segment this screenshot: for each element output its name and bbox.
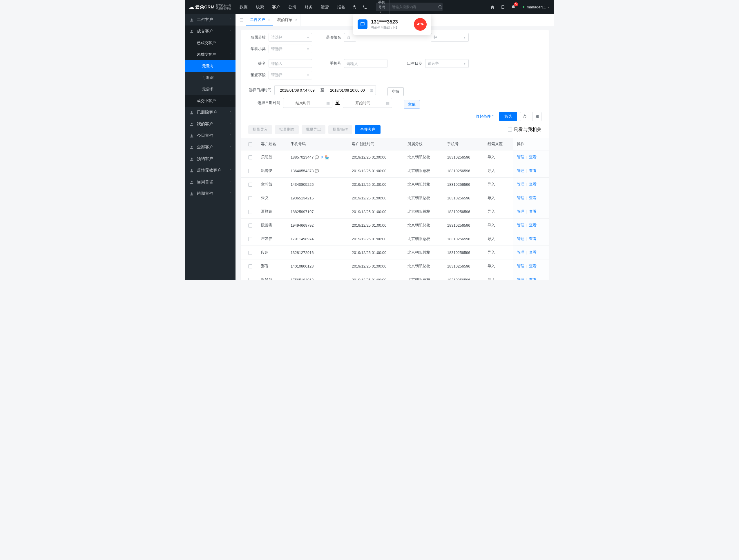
- manage-link[interactable]: 管理: [517, 250, 525, 254]
- manage-link[interactable]: 管理: [517, 277, 525, 280]
- bell-icon[interactable]: 5: [508, 0, 519, 14]
- sidebar-item-无意向[interactable]: 无意向: [185, 60, 236, 72]
- view-link[interactable]: 查看: [529, 250, 537, 254]
- sidebar-item-无需求[interactable]: 无需求: [185, 83, 236, 95]
- nav-公海[interactable]: 公海: [284, 0, 300, 14]
- select-enrolled-tail[interactable]: 择▼: [431, 33, 469, 42]
- view-link[interactable]: 查看: [529, 223, 537, 227]
- row-checkbox[interactable]: [248, 210, 252, 214]
- sidebar-item-已成交客户[interactable]: 已成交客户˅: [185, 37, 236, 49]
- sidebar-item-当周首咨[interactable]: 当周首咨˅: [185, 176, 236, 188]
- view-link[interactable]: 查看: [529, 182, 537, 186]
- tab-二咨客户[interactable]: 二咨客户×: [246, 14, 273, 26]
- daterange-2b[interactable]: ▦: [343, 98, 392, 108]
- daterange-1-start[interactable]: [277, 88, 318, 92]
- sidebar-item-成交客户[interactable]: 成交客户˄: [185, 25, 236, 37]
- manage-link[interactable]: 管理: [517, 209, 525, 214]
- mobile-icon[interactable]: [498, 0, 508, 14]
- manage-link[interactable]: 管理: [517, 264, 525, 268]
- chevron-down-icon: ˅: [230, 100, 231, 103]
- manage-link[interactable]: 管理: [517, 196, 525, 200]
- search-type-select[interactable]: 手机号码 ▾: [376, 0, 390, 14]
- empty-button-1[interactable]: 空值: [388, 87, 404, 96]
- sidebar-item-我的客户[interactable]: 我的客户˅: [185, 118, 236, 130]
- only-mine-checkbox[interactable]: 只看与我相关: [508, 127, 542, 133]
- daterange-1[interactable]: 至 ▦: [274, 85, 376, 95]
- sidebar-item-成交中客户[interactable]: 成交中客户˅: [185, 95, 236, 107]
- sidebar-toggle-icon[interactable]: ☰: [237, 18, 246, 22]
- input-phone[interactable]: [344, 59, 388, 68]
- merge-customer-button[interactable]: 合并客户: [355, 125, 381, 134]
- chat-icon[interactable]: 💬: [315, 155, 319, 159]
- nav-运营[interactable]: 运营: [317, 0, 333, 14]
- settings-button[interactable]: [532, 112, 542, 121]
- view-link[interactable]: 查看: [529, 209, 537, 214]
- batch-import-button[interactable]: 批量导入: [248, 125, 272, 134]
- close-icon[interactable]: ×: [295, 18, 297, 22]
- input-name[interactable]: [269, 59, 312, 68]
- select-branch[interactable]: 请选择▼: [269, 33, 312, 42]
- batch-delete-button[interactable]: 批量删除: [275, 125, 299, 134]
- row-checkbox[interactable]: [248, 278, 252, 280]
- collapse-filters-link[interactable]: 收起条件 ˄: [476, 114, 494, 119]
- sidebar-item-预约客户[interactable]: 预约客户˅: [185, 153, 236, 165]
- sidebar-item-反馈无效客户[interactable]: 反馈无效客户˅: [185, 165, 236, 176]
- view-link[interactable]: 查看: [529, 168, 537, 173]
- view-link[interactable]: 查看: [529, 264, 537, 268]
- nav-客户[interactable]: 客户: [268, 0, 284, 14]
- row-checkbox[interactable]: [248, 155, 252, 159]
- daterange-1-end[interactable]: [327, 88, 368, 92]
- daterange-2-end[interactable]: [345, 101, 380, 105]
- sidebar-item-可追踪[interactable]: 可追踪: [185, 72, 236, 83]
- filter-button[interactable]: 筛选: [499, 112, 517, 121]
- batch-op-button[interactable]: 批量操作: [328, 125, 352, 134]
- manage-link[interactable]: 管理: [517, 223, 525, 227]
- home-icon[interactable]: [487, 0, 498, 14]
- call-icon[interactable]: [359, 0, 370, 14]
- empty-button-2[interactable]: 空值: [404, 100, 420, 109]
- store-icon[interactable]: 🏪: [325, 155, 329, 159]
- add-user-icon[interactable]: [349, 0, 359, 14]
- chat-icon[interactable]: 💬: [315, 169, 319, 173]
- row-checkbox[interactable]: [248, 196, 252, 200]
- search-button[interactable]: [438, 4, 443, 9]
- tab-我的订单[interactable]: 我的订单×: [273, 14, 300, 26]
- sidebar-item-跨期首咨[interactable]: 跨期首咨˅: [185, 188, 236, 199]
- sidebar-item-今日首咨[interactable]: 今日首咨˅: [185, 130, 236, 142]
- view-link[interactable]: 查看: [529, 236, 537, 241]
- close-icon[interactable]: ×: [268, 18, 270, 22]
- sidebar-item-全部客户[interactable]: 全部客户˅: [185, 142, 236, 153]
- row-checkbox[interactable]: [248, 251, 252, 255]
- select-preset[interactable]: 请选择▼: [269, 71, 312, 79]
- select-birth[interactable]: 请选择▼: [425, 59, 469, 68]
- view-link[interactable]: 查看: [529, 196, 537, 200]
- nav-数据[interactable]: 数据: [236, 0, 252, 14]
- user-menu[interactable]: manager11 ▾: [523, 5, 549, 9]
- manage-link[interactable]: 管理: [517, 155, 525, 159]
- daterange-2-start[interactable]: [286, 101, 320, 105]
- sidebar-item-已删除客户[interactable]: 已删除客户˅: [185, 107, 236, 118]
- row-checkbox[interactable]: [248, 264, 252, 268]
- sidebar-item-二咨客户[interactable]: 二咨客户˅: [185, 14, 236, 25]
- hangup-button[interactable]: [414, 18, 427, 31]
- nav-报名[interactable]: 报名: [333, 0, 349, 14]
- daterange-2[interactable]: ▦: [283, 98, 332, 108]
- refresh-button[interactable]: [520, 112, 529, 121]
- search-input[interactable]: [390, 5, 438, 9]
- row-checkbox[interactable]: [248, 183, 252, 187]
- nav-财务[interactable]: 财务: [300, 0, 317, 14]
- nav-线索[interactable]: 线索: [252, 0, 268, 14]
- select-subject[interactable]: 请选择▼: [269, 45, 312, 53]
- view-link[interactable]: 查看: [529, 277, 537, 280]
- manage-link[interactable]: 管理: [517, 236, 525, 241]
- sidebar-item-未成交客户[interactable]: 未成交客户˄: [185, 49, 236, 60]
- row-checkbox[interactable]: [248, 223, 252, 227]
- checkbox-all[interactable]: [248, 142, 252, 146]
- batch-export-button[interactable]: 批量导出: [302, 125, 325, 134]
- manage-link[interactable]: 管理: [517, 168, 525, 173]
- row-checkbox[interactable]: [248, 169, 252, 173]
- view-link[interactable]: 查看: [529, 155, 537, 159]
- manage-link[interactable]: 管理: [517, 182, 525, 186]
- voice-icon[interactable]: 🎙: [320, 155, 324, 159]
- row-checkbox[interactable]: [248, 237, 252, 241]
